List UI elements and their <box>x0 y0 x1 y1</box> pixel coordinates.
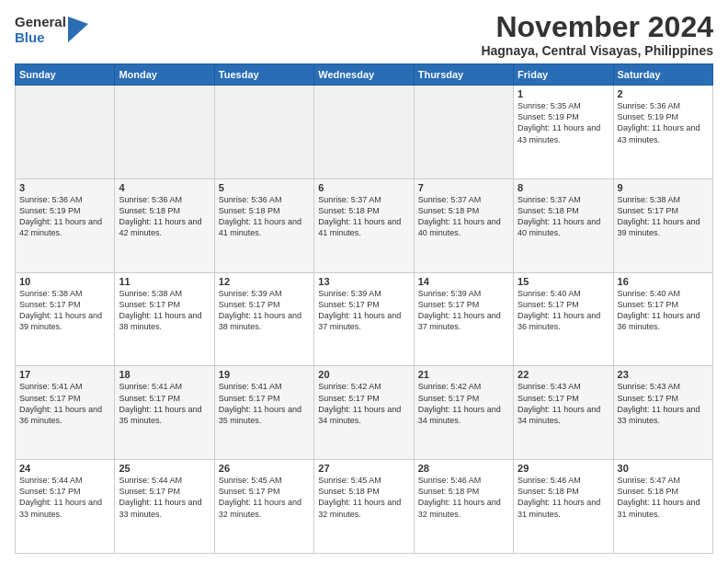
calendar-week-row: 1Sunrise: 5:35 AM Sunset: 5:19 PM Daylig… <box>16 86 713 179</box>
day-number: 26 <box>219 463 310 474</box>
col-friday: Friday <box>514 64 613 86</box>
day-info: Sunrise: 5:36 AM Sunset: 5:18 PM Dayligh… <box>119 194 210 239</box>
day-info: Sunrise: 5:36 AM Sunset: 5:18 PM Dayligh… <box>219 194 310 239</box>
table-row: 7Sunrise: 5:37 AM Sunset: 5:18 PM Daylig… <box>414 178 513 272</box>
table-row: 22Sunrise: 5:43 AM Sunset: 5:17 PM Dayli… <box>514 366 613 460</box>
day-number: 30 <box>618 463 709 474</box>
day-number: 12 <box>219 276 310 287</box>
day-info: Sunrise: 5:38 AM Sunset: 5:17 PM Dayligh… <box>119 288 210 333</box>
day-number: 7 <box>418 182 509 193</box>
day-number: 29 <box>518 463 609 474</box>
table-row: 14Sunrise: 5:39 AM Sunset: 5:17 PM Dayli… <box>414 272 513 366</box>
day-info: Sunrise: 5:37 AM Sunset: 5:18 PM Dayligh… <box>318 194 409 239</box>
day-number: 25 <box>119 463 210 474</box>
day-info: Sunrise: 5:43 AM Sunset: 5:17 PM Dayligh… <box>618 381 709 426</box>
location-subtitle: Hagnaya, Central Visayas, Philippines <box>481 43 713 58</box>
day-number: 10 <box>19 276 110 287</box>
calendar-table: Sunday Monday Tuesday Wednesday Thursday… <box>15 63 713 554</box>
table-row: 27Sunrise: 5:45 AM Sunset: 5:18 PM Dayli… <box>314 460 414 554</box>
day-info: Sunrise: 5:38 AM Sunset: 5:17 PM Dayligh… <box>618 194 709 239</box>
table-row: 24Sunrise: 5:44 AM Sunset: 5:17 PM Dayli… <box>16 460 115 554</box>
day-number: 18 <box>119 369 210 380</box>
day-number: 15 <box>518 276 609 287</box>
table-row: 10Sunrise: 5:38 AM Sunset: 5:17 PM Dayli… <box>16 272 115 366</box>
day-number: 17 <box>19 369 110 380</box>
calendar-header-row: Sunday Monday Tuesday Wednesday Thursday… <box>16 64 713 86</box>
table-row: 3Sunrise: 5:36 AM Sunset: 5:19 PM Daylig… <box>16 178 115 272</box>
table-row: 28Sunrise: 5:46 AM Sunset: 5:18 PM Dayli… <box>414 460 513 554</box>
day-info: Sunrise: 5:39 AM Sunset: 5:17 PM Dayligh… <box>219 288 310 333</box>
day-number: 28 <box>418 463 509 474</box>
day-info: Sunrise: 5:39 AM Sunset: 5:17 PM Dayligh… <box>318 288 409 333</box>
day-info: Sunrise: 5:44 AM Sunset: 5:17 PM Dayligh… <box>19 475 110 520</box>
day-info: Sunrise: 5:37 AM Sunset: 5:18 PM Dayligh… <box>418 194 509 239</box>
day-info: Sunrise: 5:47 AM Sunset: 5:18 PM Dayligh… <box>618 475 709 520</box>
day-info: Sunrise: 5:45 AM Sunset: 5:17 PM Dayligh… <box>219 475 310 520</box>
day-number: 13 <box>318 276 409 287</box>
calendar-week-row: 17Sunrise: 5:41 AM Sunset: 5:17 PM Dayli… <box>16 366 713 460</box>
day-info: Sunrise: 5:44 AM Sunset: 5:17 PM Dayligh… <box>119 475 210 520</box>
col-tuesday: Tuesday <box>214 64 313 86</box>
day-number: 2 <box>618 88 709 99</box>
table-row: 13Sunrise: 5:39 AM Sunset: 5:17 PM Dayli… <box>314 272 414 366</box>
day-info: Sunrise: 5:40 AM Sunset: 5:17 PM Dayligh… <box>518 288 609 333</box>
svg-marker-0 <box>68 17 88 42</box>
logo-text: General Blue <box>15 15 66 45</box>
day-info: Sunrise: 5:35 AM Sunset: 5:19 PM Dayligh… <box>518 100 609 145</box>
calendar-week-row: 3Sunrise: 5:36 AM Sunset: 5:19 PM Daylig… <box>16 178 713 272</box>
table-row: 26Sunrise: 5:45 AM Sunset: 5:17 PM Dayli… <box>214 460 313 554</box>
day-number: 20 <box>318 369 409 380</box>
day-info: Sunrise: 5:38 AM Sunset: 5:17 PM Dayligh… <box>19 288 110 333</box>
table-row: 4Sunrise: 5:36 AM Sunset: 5:18 PM Daylig… <box>115 178 214 272</box>
table-row: 1Sunrise: 5:35 AM Sunset: 5:19 PM Daylig… <box>514 86 613 179</box>
day-number: 19 <box>219 369 310 380</box>
day-number: 22 <box>518 369 609 380</box>
day-number: 4 <box>119 182 210 193</box>
day-info: Sunrise: 5:46 AM Sunset: 5:18 PM Dayligh… <box>518 475 609 520</box>
title-block: November 2024 Hagnaya, Central Visayas, … <box>481 11 713 58</box>
logo-blue: Blue <box>15 30 66 46</box>
day-info: Sunrise: 5:42 AM Sunset: 5:17 PM Dayligh… <box>318 381 409 426</box>
col-wednesday: Wednesday <box>314 64 414 86</box>
table-row: 11Sunrise: 5:38 AM Sunset: 5:17 PM Dayli… <box>115 272 214 366</box>
table-row <box>16 86 115 179</box>
table-row: 20Sunrise: 5:42 AM Sunset: 5:17 PM Dayli… <box>314 366 414 460</box>
day-info: Sunrise: 5:45 AM Sunset: 5:18 PM Dayligh… <box>318 475 409 520</box>
day-info: Sunrise: 5:41 AM Sunset: 5:17 PM Dayligh… <box>19 381 110 426</box>
header: General Blue November 2024 Hagnaya, Cent… <box>15 11 713 58</box>
col-monday: Monday <box>115 64 214 86</box>
day-info: Sunrise: 5:37 AM Sunset: 5:18 PM Dayligh… <box>518 194 609 239</box>
day-info: Sunrise: 5:36 AM Sunset: 5:19 PM Dayligh… <box>618 100 709 145</box>
day-number: 9 <box>618 182 709 193</box>
table-row <box>214 86 313 179</box>
table-row: 12Sunrise: 5:39 AM Sunset: 5:17 PM Dayli… <box>214 272 313 366</box>
day-number: 11 <box>119 276 210 287</box>
page: General Blue November 2024 Hagnaya, Cent… <box>0 0 728 563</box>
table-row: 8Sunrise: 5:37 AM Sunset: 5:18 PM Daylig… <box>514 178 613 272</box>
day-number: 21 <box>418 369 509 380</box>
table-row: 15Sunrise: 5:40 AM Sunset: 5:17 PM Dayli… <box>514 272 613 366</box>
col-thursday: Thursday <box>414 64 513 86</box>
day-info: Sunrise: 5:46 AM Sunset: 5:18 PM Dayligh… <box>418 475 509 520</box>
calendar-week-row: 24Sunrise: 5:44 AM Sunset: 5:17 PM Dayli… <box>16 460 713 554</box>
day-number: 3 <box>19 182 110 193</box>
day-info: Sunrise: 5:41 AM Sunset: 5:17 PM Dayligh… <box>219 381 310 426</box>
table-row: 6Sunrise: 5:37 AM Sunset: 5:18 PM Daylig… <box>314 178 414 272</box>
table-row <box>115 86 214 179</box>
day-info: Sunrise: 5:40 AM Sunset: 5:17 PM Dayligh… <box>618 288 709 333</box>
day-number: 23 <box>618 369 709 380</box>
table-row: 25Sunrise: 5:44 AM Sunset: 5:17 PM Dayli… <box>115 460 214 554</box>
logo-general: General <box>15 15 66 30</box>
day-info: Sunrise: 5:42 AM Sunset: 5:17 PM Dayligh… <box>418 381 509 426</box>
day-info: Sunrise: 5:43 AM Sunset: 5:17 PM Dayligh… <box>518 381 609 426</box>
table-row: 18Sunrise: 5:41 AM Sunset: 5:17 PM Dayli… <box>115 366 214 460</box>
table-row: 30Sunrise: 5:47 AM Sunset: 5:18 PM Dayli… <box>613 460 712 554</box>
day-number: 8 <box>518 182 609 193</box>
day-info: Sunrise: 5:39 AM Sunset: 5:17 PM Dayligh… <box>418 288 509 333</box>
table-row: 17Sunrise: 5:41 AM Sunset: 5:17 PM Dayli… <box>16 366 115 460</box>
calendar-week-row: 10Sunrise: 5:38 AM Sunset: 5:17 PM Dayli… <box>16 272 713 366</box>
day-number: 27 <box>318 463 409 474</box>
table-row: 9Sunrise: 5:38 AM Sunset: 5:17 PM Daylig… <box>613 178 712 272</box>
table-row: 29Sunrise: 5:46 AM Sunset: 5:18 PM Dayli… <box>514 460 613 554</box>
day-number: 24 <box>19 463 110 474</box>
